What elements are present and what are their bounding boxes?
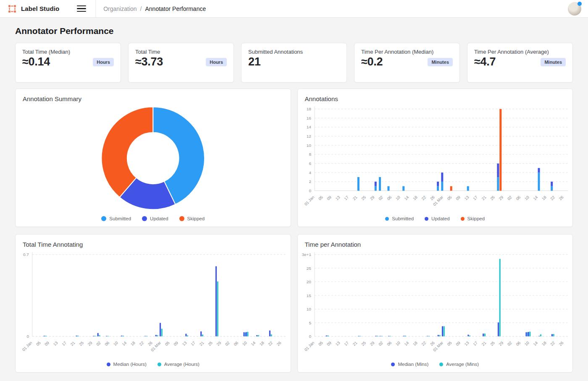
x-axis-tick-label: 14 [403, 340, 410, 347]
bar-median[interactable] [93, 336, 94, 336]
bar-median[interactable] [528, 332, 529, 336]
bar-median[interactable] [215, 266, 217, 337]
bar-average[interactable] [187, 335, 188, 336]
bar-average[interactable] [45, 336, 46, 336]
bar-submitted[interactable] [357, 177, 359, 190]
bar-median[interactable] [388, 336, 389, 337]
bar-average[interactable] [484, 334, 485, 336]
bar-median[interactable] [185, 334, 186, 336]
legend-item-submitted[interactable]: Submitted [385, 216, 414, 221]
bar-median[interactable] [497, 322, 499, 336]
bar-submitted[interactable] [402, 186, 404, 191]
legend-label: Skipped [187, 216, 205, 221]
bar-skipped[interactable] [499, 109, 501, 191]
bar-average[interactable] [439, 335, 440, 337]
bar-average[interactable] [202, 334, 203, 336]
bar-median[interactable] [121, 336, 122, 337]
bar-median[interactable] [243, 332, 244, 337]
bar-median[interactable] [269, 331, 270, 337]
bar-median[interactable] [326, 336, 327, 337]
bar-average[interactable] [377, 336, 378, 336]
bar-average[interactable] [161, 329, 163, 336]
bar-average[interactable] [258, 335, 259, 337]
bar-median[interactable] [246, 332, 247, 337]
bar-median[interactable] [144, 336, 146, 337]
bar-median[interactable] [551, 334, 552, 336]
bar-median[interactable] [467, 335, 469, 337]
bar-median[interactable] [441, 326, 443, 336]
bar-submitted[interactable] [374, 186, 376, 191]
y-axis-tick-label: 4 [309, 170, 311, 175]
bar-median[interactable] [97, 333, 99, 337]
bar-updated[interactable] [538, 168, 540, 172]
menu-hamburger-icon[interactable] [77, 5, 86, 12]
bar-average[interactable] [529, 331, 530, 336]
legend-item-updated[interactable]: Updated [142, 216, 168, 221]
bar-average[interactable] [146, 336, 147, 337]
bar-average[interactable] [247, 332, 248, 337]
bar-submitted[interactable] [437, 186, 439, 191]
bar-average[interactable] [271, 334, 272, 336]
bar-updated[interactable] [551, 182, 553, 186]
bar-average[interactable] [108, 336, 109, 337]
bar-average[interactable] [540, 334, 541, 337]
bar-average[interactable] [94, 336, 96, 336]
bar-median[interactable] [379, 336, 381, 337]
bar-median[interactable] [437, 335, 438, 336]
bar-median[interactable] [403, 336, 404, 336]
bar-median[interactable] [483, 334, 484, 336]
bar-average[interactable] [123, 336, 124, 337]
bar-submitted[interactable] [378, 177, 381, 190]
legend-item-skipped[interactable]: Skipped [461, 216, 485, 221]
bar-median[interactable] [200, 331, 202, 337]
user-avatar[interactable] [568, 2, 581, 16]
bar-median[interactable] [358, 336, 359, 337]
bar-submitted[interactable] [538, 172, 540, 190]
bar-median[interactable] [538, 336, 540, 337]
bar-median[interactable] [155, 335, 157, 336]
stat-card-label: Submitted Annotations [248, 49, 340, 55]
bar-average[interactable] [443, 326, 444, 336]
bar-average[interactable] [157, 335, 158, 337]
bar-median[interactable] [375, 336, 376, 336]
bar-median[interactable] [427, 336, 428, 337]
bar-median[interactable] [525, 332, 527, 337]
bar-submitted[interactable] [441, 182, 443, 191]
bar-submitted[interactable] [387, 186, 389, 191]
bar-submitted[interactable] [467, 186, 469, 191]
bar-median[interactable] [256, 335, 257, 337]
bar-average[interactable] [428, 336, 429, 337]
legend-item-submitted[interactable]: Submitted [101, 216, 131, 221]
bar-updated[interactable] [374, 182, 376, 186]
legend-item-average-hours[interactable]: Average (Hours) [158, 362, 200, 367]
breadcrumb-organization[interactable]: Organization [103, 5, 136, 12]
app-logo[interactable]: Label Studio [0, 4, 59, 13]
bar-average[interactable] [553, 334, 554, 337]
bar-average[interactable] [469, 336, 470, 337]
x-axis-tick-label: 05 [35, 340, 42, 347]
legend-item-skipped[interactable]: Skipped [179, 216, 205, 221]
legend-item-updated[interactable]: Updated [425, 216, 449, 221]
legend-item-median-mins[interactable]: Median (Mins) [391, 362, 428, 367]
bar-median[interactable] [160, 323, 161, 337]
bar-average[interactable] [99, 335, 100, 337]
bar-average[interactable] [404, 336, 406, 337]
bar-average[interactable] [327, 336, 328, 337]
bar-updated[interactable] [497, 164, 499, 177]
bar-median[interactable] [106, 336, 107, 337]
legend-item-median-hours[interactable]: Median (Hours) [107, 362, 147, 367]
bar-median[interactable] [44, 336, 45, 336]
bar-average[interactable] [217, 282, 218, 337]
bar-updated[interactable] [437, 182, 439, 186]
bar-average[interactable] [360, 336, 361, 337]
bar-average[interactable] [77, 336, 79, 337]
legend-item-average-mins[interactable]: Average (Mins) [439, 362, 479, 367]
bar-skipped[interactable] [450, 186, 452, 191]
bar-average[interactable] [381, 336, 382, 337]
bar-submitted[interactable] [551, 186, 553, 191]
bar-median[interactable] [76, 336, 77, 337]
bar-average[interactable] [499, 259, 500, 336]
bar-average[interactable] [389, 336, 391, 337]
bar-updated[interactable] [441, 172, 443, 182]
bar-submitted[interactable] [497, 177, 499, 190]
